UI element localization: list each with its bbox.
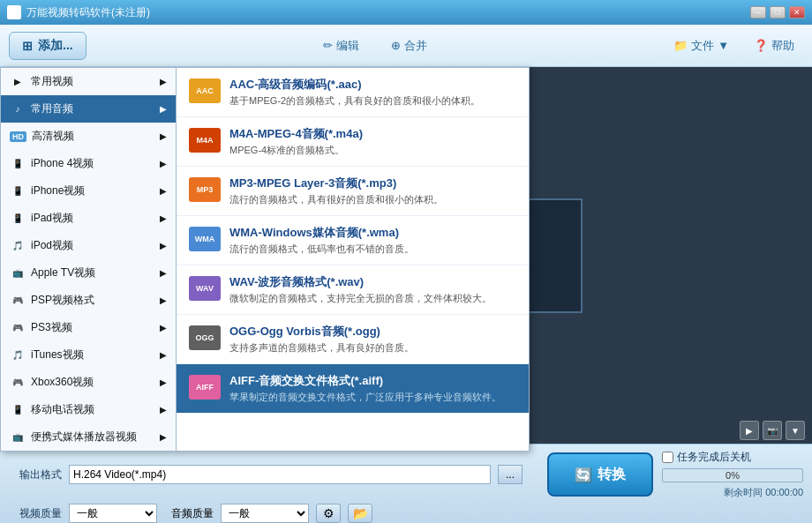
xbox360-label: Xbox360视频	[31, 375, 94, 390]
appletv-chevron: ▶	[160, 268, 167, 278]
menu-right-item-wma[interactable]: WMA WMA-Windows媒体音频(*.wma) 流行的音频格式，低码率也有…	[177, 216, 529, 265]
menu-item-psp-video[interactable]: 🎮 PSP视频格式 ▶	[1, 287, 176, 314]
common-video-icon: ▶	[10, 76, 26, 88]
convert-button[interactable]: 🔄 转换	[547, 452, 653, 497]
convert-icon: 🔄	[575, 467, 592, 483]
mp3-content: MP3-MPEG Layer-3音频(*.mp3) 流行的音频格式，具有很好的音…	[229, 176, 516, 206]
m4a-icon: M4A	[189, 128, 221, 153]
menu-right-item-aiff[interactable]: AIFF AIFF-音频交换文件格式(*.aiff) 苹果制定的音频交换文件格式…	[177, 364, 529, 414]
menu-item-ipod-video[interactable]: 🎵 iPod视频 ▶	[1, 232, 176, 259]
shutdown-checkbox[interactable]	[662, 452, 673, 463]
menu-right-item-mp3[interactable]: MP3 MP3-MPEG Layer-3音频(*.mp3) 流行的音频格式，具有…	[177, 167, 529, 216]
menu-item-portable-video[interactable]: 📺 便携式媒体播放器视频 ▶	[1, 423, 176, 451]
add-label: 添加...	[38, 38, 73, 54]
audio-quality-label: 音频质量	[171, 506, 214, 521]
wma-icon: WMA	[189, 227, 221, 251]
audio-quality-select[interactable]: 一般	[221, 504, 309, 523]
menu-item-hd-video[interactable]: HD 高清视频 ▶	[1, 123, 176, 150]
mobile-chevron: ▶	[160, 405, 167, 415]
shutdown-checkbox-row: 任务完成后关机	[662, 450, 803, 465]
menu-item-mobile-video[interactable]: 📱 移动电话视频 ▶	[1, 396, 176, 423]
merge-button[interactable]: ⊕ 合并	[384, 34, 434, 57]
menu-item-ps3-video[interactable]: 🎮 PS3视频 ▶	[1, 314, 176, 341]
file-button[interactable]: 📁 文件 ▼	[665, 34, 738, 57]
file-label: 文件	[691, 38, 714, 54]
aiff-title: AIFF-音频交换文件格式(*.aiff)	[229, 373, 516, 389]
ogg-content: OGG-Ogg Vorbis音频(*.ogg) 支持多声道的音频格式，具有良好的…	[229, 324, 516, 355]
preview-dropdown-button[interactable]: ▼	[786, 421, 805, 440]
main-area: 文件名称 ✓ fcCWIEkdi... ▶ 📷 ▼ ▶ 常用视频 ▶	[0, 67, 812, 444]
edit-button[interactable]: ✏ 编辑	[316, 34, 366, 57]
time-remaining: 剩余时间 00:00:00	[662, 486, 803, 499]
menu-item-appletv-video[interactable]: 📺 Apple TV视频 ▶	[1, 259, 176, 287]
right-menu: AAC AAC-高级音频编码(*.aac) 基于MPEG-2的音频格式，具有良好…	[177, 67, 530, 452]
ps3-label: PS3视频	[31, 320, 72, 335]
aac-content: AAC-高级音频编码(*.aac) 基于MPEG-2的音频格式，具有良好的音质和…	[229, 77, 516, 108]
minimize-button[interactable]: ─	[750, 6, 766, 19]
m4a-content: M4A-MPEG-4音频(*.m4a) MPEG-4标准的音频格式。	[229, 126, 516, 157]
video-quality-select[interactable]: 一般	[69, 504, 157, 523]
video-quality-label: 视频质量	[9, 506, 62, 521]
ps3-chevron: ▶	[160, 323, 167, 332]
left-menu: ▶ 常用视频 ▶ ♪ 常用音频 ▶ HD 高清视频 ▶ 📱 iPhone 4视频	[0, 67, 177, 452]
menu-item-iphone4-video[interactable]: 📱 iPhone 4视频 ▶	[1, 150, 176, 177]
help-icon: ❓	[754, 39, 768, 52]
preview-camera-button[interactable]: 📷	[763, 421, 782, 440]
menu-item-common-video[interactable]: ▶ 常用视频 ▶	[1, 68, 176, 95]
mp3-icon: MP3	[189, 177, 221, 202]
output-format-browse-button[interactable]: ...	[498, 465, 523, 484]
mp3-desc: 流行的音频格式，具有很好的音质和很小的体积。	[229, 193, 516, 206]
ogg-title: OGG-Ogg Vorbis音频(*.ogg)	[229, 324, 516, 340]
iphone-icon: 📱	[10, 185, 26, 198]
common-audio-label: 常用音频	[31, 101, 73, 116]
progress-text: 0%	[663, 469, 802, 482]
app-icon	[7, 5, 21, 19]
merge-icon: ⊕	[391, 39, 401, 52]
menu-right-item-ogg[interactable]: OGG OGG-Ogg Vorbis音频(*.ogg) 支持多声道的音频格式，具…	[177, 315, 529, 364]
shutdown-label: 任务完成后关机	[677, 450, 751, 465]
preview-controls: ▶ 📷 ▼	[740, 421, 805, 440]
appletv-label: Apple TV视频	[31, 265, 95, 280]
ogg-desc: 支持多声道的音频格式，具有良好的音质。	[229, 341, 516, 355]
mobile-icon: 📱	[10, 404, 26, 416]
psp-chevron: ▶	[160, 295, 167, 305]
wav-desc: 微软制定的音频格式，支持完全无损的音质，文件体积较大。	[229, 292, 516, 305]
menu-item-xbox360-video[interactable]: 🎮 Xbox360视频 ▶	[1, 369, 176, 396]
aiff-desc: 苹果制定的音频交换文件格式，广泛应用于多种专业音频软件。	[229, 391, 516, 404]
close-button[interactable]: ✕	[789, 6, 805, 19]
menu-right-item-m4a[interactable]: M4A M4A-MPEG-4音频(*.m4a) MPEG-4标准的音频格式。	[177, 117, 529, 167]
menu-right-item-aac[interactable]: AAC AAC-高级音频编码(*.aac) 基于MPEG-2的音频格式，具有良好…	[177, 68, 529, 117]
output-format-label: 输出格式	[9, 467, 62, 482]
gear-button[interactable]: ⚙	[316, 504, 341, 523]
bottom-bar: 输出格式 ... 🔄 转换 任务完成后关机 0% 剩余时间 00:00:00	[0, 444, 812, 523]
ipad-chevron: ▶	[160, 213, 167, 223]
file-icon: 📁	[673, 39, 688, 52]
help-button[interactable]: ❓ 帮助	[745, 34, 803, 57]
output-format-input[interactable]	[69, 465, 491, 484]
menu-item-iphone-video[interactable]: 📱 iPhone视频 ▶	[1, 177, 176, 205]
open-folder-button[interactable]: 📂	[348, 504, 372, 523]
edit-label: 编辑	[336, 38, 359, 54]
menu-item-ipad-video[interactable]: 📱 iPad视频 ▶	[1, 205, 176, 232]
ps3-icon: 🎮	[10, 322, 26, 334]
xbox360-chevron: ▶	[160, 377, 167, 387]
hd-video-chevron: ▶	[160, 131, 167, 141]
m4a-desc: MPEG-4标准的音频格式。	[229, 144, 516, 157]
toolbar-right: 📁 文件 ▼ ❓ 帮助	[665, 34, 803, 57]
menu-item-itunes-video[interactable]: 🎵 iTunes视频 ▶	[1, 341, 176, 369]
common-audio-chevron: ▶	[160, 104, 167, 114]
appletv-icon: 📺	[10, 267, 26, 280]
m4a-title: M4A-MPEG-4音频(*.m4a)	[229, 126, 516, 142]
add-button[interactable]: ⊞ 添加...	[9, 32, 86, 60]
preview-play-button[interactable]: ▶	[740, 421, 759, 440]
convert-label: 转换	[598, 466, 626, 484]
menu-item-common-audio[interactable]: ♪ 常用音频 ▶	[1, 95, 176, 123]
hd-badge: HD	[10, 131, 26, 142]
maximize-button[interactable]: □	[770, 6, 786, 19]
aiff-icon: AIFF	[189, 375, 221, 400]
mobile-label: 移动电话视频	[31, 402, 94, 417]
menu-right-item-wav[interactable]: WAV WAV-波形音频格式(*.wav) 微软制定的音频格式，支持完全无损的音…	[177, 265, 529, 315]
common-video-chevron: ▶	[160, 77, 167, 86]
psp-icon: 🎮	[10, 295, 26, 307]
ipod-label: iPod视频	[31, 238, 73, 253]
